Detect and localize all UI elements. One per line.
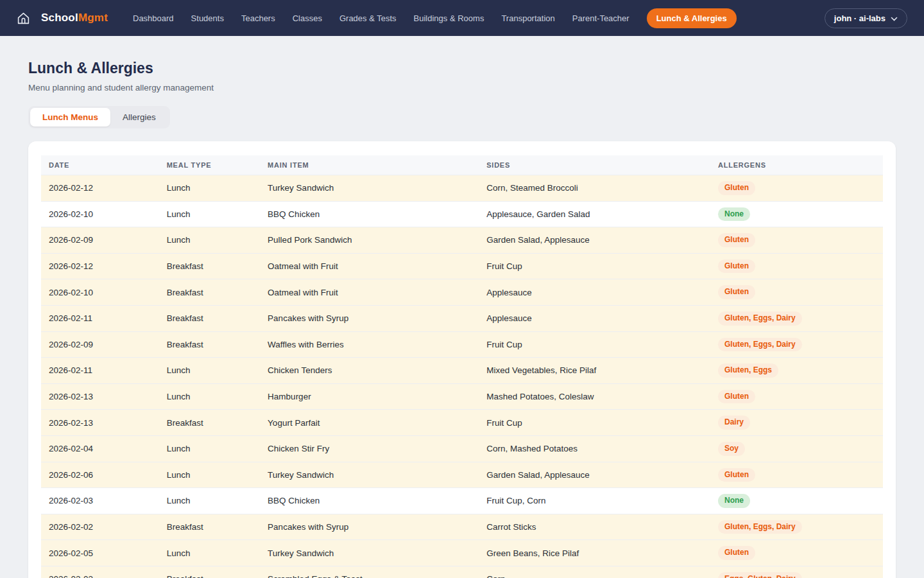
sides-cell: Garden Salad, Applesauce: [479, 462, 710, 488]
sides-cell: Applesauce: [479, 279, 710, 306]
user-menu-label: john · ai-labs: [834, 13, 886, 23]
date-cell: 2026-02-13: [41, 410, 159, 436]
table-row: 2026-02-06LunchTurkey SandwichGarden Sal…: [41, 462, 883, 488]
date-cell: 2026-02-09: [41, 331, 159, 358]
menu-table-card: DateMeal TypeMain ItemSidesAllergens 202…: [28, 141, 896, 578]
date-cell: 2026-02-12: [41, 175, 159, 202]
date-cell: 2026-02-12: [41, 253, 159, 279]
main-item-cell: Pancakes with Syrup: [260, 514, 479, 540]
nav-items: DashboardStudentsTeachersClassesGrades &…: [133, 8, 737, 28]
meal-type-cell: Lunch: [159, 462, 260, 488]
main-item-cell: BBQ Chicken: [260, 488, 479, 514]
allergen-badge: Gluten: [718, 181, 755, 195]
brand-logo[interactable]: SchoolMgmt: [41, 12, 108, 24]
date-cell: 2026-02-11: [41, 358, 159, 384]
brand-logo-school: School: [41, 12, 78, 24]
meal-type-cell: Breakfast: [159, 410, 260, 436]
nav-item-lunch-allergies[interactable]: Lunch & Allergies: [647, 8, 737, 28]
nav-item-classes[interactable]: Classes: [293, 8, 322, 28]
allergen-badge-none: None: [718, 494, 750, 508]
meal-type-cell: Breakfast: [159, 279, 260, 306]
meal-type-cell: Breakfast: [159, 305, 260, 331]
date-cell: 2026-02-02: [41, 514, 159, 540]
allergen-badge: Gluten: [718, 468, 755, 482]
table-row: 2026-02-02BreakfastPancakes with SyrupCa…: [41, 514, 883, 540]
nav-item-transportation[interactable]: Transportation: [501, 8, 554, 28]
sides-cell: Applesauce: [479, 305, 710, 331]
table-header-row: DateMeal TypeMain ItemSidesAllergens: [41, 155, 883, 175]
tab-lunch-menus[interactable]: Lunch Menus: [30, 108, 110, 127]
sides-cell: Fruit Cup: [479, 410, 710, 436]
table-row: 2026-02-03LunchBBQ ChickenFruit Cup, Cor…: [41, 488, 883, 514]
allergen-badge: Eggs, Gluten, Dairy: [718, 572, 802, 578]
sides-cell: Mixed Vegetables, Rice Pilaf: [479, 358, 710, 384]
allergens-cell: Gluten: [710, 253, 883, 279]
table-row: 2026-02-11BreakfastPancakes with SyrupAp…: [41, 305, 883, 331]
sides-cell: Applesauce, Garden Salad: [479, 201, 710, 227]
main-item-cell: Waffles with Berries: [260, 331, 479, 358]
allergens-cell: None: [710, 488, 883, 514]
main-item-cell: Scrambled Eggs & Toast: [260, 566, 479, 578]
nav-item-grades-tests[interactable]: Grades & Tests: [339, 8, 397, 28]
sides-cell: Green Beans, Rice Pilaf: [479, 540, 710, 566]
nav-item-dashboard[interactable]: Dashboard: [133, 8, 174, 28]
allergens-cell: Gluten: [710, 540, 883, 566]
tab-allergies[interactable]: Allergies: [110, 108, 168, 127]
nav-item-teachers[interactable]: Teachers: [241, 8, 275, 28]
date-cell: 2026-02-05: [41, 540, 159, 566]
allergen-badge: Gluten: [718, 259, 755, 274]
table-row: 2026-02-09BreakfastWaffles with BerriesF…: [41, 331, 883, 358]
allergen-badge: Gluten, Eggs: [718, 363, 778, 378]
top-navbar: SchoolMgmt DashboardStudentsTeachersClas…: [0, 0, 924, 36]
allergens-cell: Gluten, Eggs, Dairy: [710, 514, 883, 540]
user-menu[interactable]: john · ai-labs: [825, 8, 907, 28]
meal-type-cell: Lunch: [159, 488, 260, 514]
main-item-cell: Turkey Sandwich: [260, 462, 479, 488]
meal-type-cell: Breakfast: [159, 514, 260, 540]
main-item-cell: Pulled Pork Sandwich: [260, 227, 479, 254]
table-row: 2026-02-10LunchBBQ ChickenApplesauce, Ga…: [41, 201, 883, 227]
page-subtitle: Menu planning and student allergy manage…: [28, 83, 896, 92]
allergens-cell: Gluten, Eggs, Dairy: [710, 305, 883, 331]
meal-type-cell: Lunch: [159, 227, 260, 254]
allergen-badge: Gluten: [718, 233, 755, 247]
meal-type-cell: Lunch: [159, 383, 260, 410]
table-row: 2026-02-13LunchHamburgerMashed Potatoes,…: [41, 383, 883, 410]
date-cell: 2026-02-06: [41, 462, 159, 488]
allergen-badge-none: None: [718, 207, 750, 222]
meal-type-cell: Breakfast: [159, 253, 260, 279]
nav-item-students[interactable]: Students: [191, 8, 224, 28]
table-body: 2026-02-12LunchTurkey SandwichCorn, Stea…: [41, 175, 883, 578]
nav-item-parent-teacher[interactable]: Parent-Teacher: [572, 8, 629, 28]
allergen-badge: Dairy: [718, 416, 750, 430]
nav-item-buildings-rooms[interactable]: Buildings & Rooms: [414, 8, 484, 28]
allergen-badge: Gluten, Eggs, Dairy: [718, 520, 802, 534]
allergens-cell: None: [710, 201, 883, 227]
allergen-badge: Gluten, Eggs, Dairy: [718, 311, 802, 326]
allergens-cell: Dairy: [710, 410, 883, 436]
date-cell: 2026-02-11: [41, 305, 159, 331]
chevron-down-icon: [891, 13, 898, 23]
column-header-meal-type: Meal Type: [159, 155, 260, 175]
meal-type-cell: Lunch: [159, 540, 260, 566]
date-cell: 2026-02-03: [41, 566, 159, 578]
home-icon[interactable]: [17, 12, 30, 25]
allergen-badge: Gluten: [718, 285, 755, 299]
column-header-main-item: Main Item: [260, 155, 479, 175]
table-row: 2026-02-09LunchPulled Pork SandwichGarde…: [41, 227, 883, 254]
allergens-cell: Gluten, Eggs: [710, 358, 883, 384]
main-item-cell: BBQ Chicken: [260, 201, 479, 227]
column-header-allergens: Allergens: [710, 155, 883, 175]
meal-type-cell: Lunch: [159, 435, 260, 462]
date-cell: 2026-02-10: [41, 201, 159, 227]
allergens-cell: Gluten: [710, 279, 883, 306]
main-item-cell: Turkey Sandwich: [260, 540, 479, 566]
sides-cell: Mashed Potatoes, Coleslaw: [479, 383, 710, 410]
allergens-cell: Gluten: [710, 383, 883, 410]
date-cell: 2026-02-03: [41, 488, 159, 514]
sides-cell: Fruit Cup: [479, 253, 710, 279]
sides-cell: Garden Salad, Applesauce: [479, 227, 710, 254]
meal-type-cell: Breakfast: [159, 331, 260, 358]
sides-cell: Carrot Sticks: [479, 514, 710, 540]
brand-logo-mgmt: Mgmt: [78, 12, 108, 24]
